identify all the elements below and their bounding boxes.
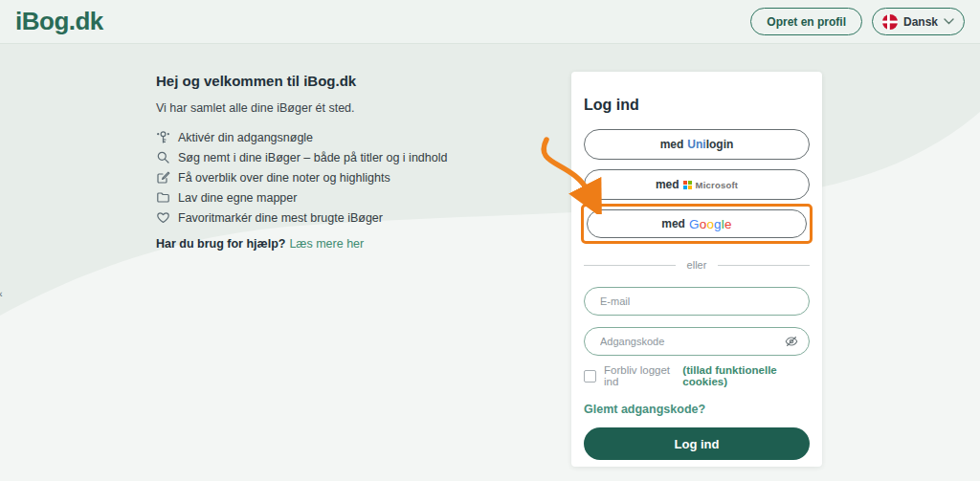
- forgot-password-link[interactable]: Glemt adgangskode?: [584, 403, 705, 416]
- create-profile-button[interactable]: Opret en profil: [750, 8, 862, 35]
- google-button[interactable]: medGoogle: [587, 209, 807, 238]
- unilogin-wordmark: Uni: [687, 138, 705, 151]
- heart-icon: [156, 210, 170, 225]
- login-card: Log ind medUnilogin medMicrosoft medGoog…: [571, 72, 822, 467]
- help-line: Har du brug for hjælp?Læs mere her: [156, 237, 558, 251]
- email-input[interactable]: [584, 287, 810, 316]
- welcome-subtitle: Vi har samlet alle dine iBøger ét sted.: [156, 101, 558, 115]
- language-label: Dansk: [903, 15, 938, 29]
- unilogin-button-prefix: med: [660, 138, 684, 151]
- ibog-login-page: iBog.dk Opret en profil Dansk: [0, 0, 980, 481]
- divider-label: eller: [687, 259, 707, 271]
- or-divider: eller: [584, 259, 810, 271]
- search-icon: [156, 150, 170, 164]
- feature-item: Aktivér din adgangsnøgle: [156, 130, 558, 144]
- feature-label: Få overblik over dine noter og highlight…: [178, 171, 390, 185]
- feature-item: Lav dine egne mapper: [156, 190, 558, 205]
- folder-icon: [156, 190, 170, 205]
- header-actions: Opret en profil Dansk: [750, 8, 965, 35]
- welcome-title: Hej og velkommen til iBog.dk: [156, 73, 558, 89]
- divider-line: [584, 265, 676, 266]
- header: iBog.dk Opret en profil Dansk: [0, 0, 980, 44]
- remember-note: (tillad funktionelle cookies): [682, 364, 810, 387]
- google-button-prefix: med: [661, 217, 685, 230]
- login-title: Log ind: [584, 97, 810, 114]
- microsoft-button-prefix: med: [656, 178, 679, 191]
- feature-label: Lav dine egne mapper: [178, 191, 297, 205]
- help-link[interactable]: Læs mere her: [289, 237, 364, 251]
- unilogin-button[interactable]: medUnilogin: [584, 129, 810, 160]
- feature-item: Søg nemt i dine iBøger – både på titler …: [156, 150, 558, 164]
- email-row: [584, 287, 810, 316]
- feature-label: Søg nemt i dine iBøger – både på titler …: [178, 151, 447, 164]
- note-icon: [156, 170, 170, 185]
- language-selector[interactable]: Dansk: [872, 8, 965, 35]
- edge-widget-icon[interactable]: «: [0, 289, 3, 299]
- divider-line: [718, 265, 810, 266]
- remember-row: Forbliv logget ind(tillad funktionelle c…: [584, 364, 810, 387]
- main-area: « Hej og velkommen til iBog.dk Vi har sa…: [0, 44, 980, 481]
- login-submit-button[interactable]: Log ind: [584, 427, 810, 460]
- microsoft-logo-icon: [683, 181, 692, 189]
- feature-list: Aktivér din adgangsnøgle Søg nemt i dine…: [156, 130, 558, 225]
- password-row: [584, 327, 810, 356]
- feature-item: Få overblik over dine noter og highlight…: [156, 170, 558, 185]
- microsoft-wordmark: Microsoft: [696, 180, 739, 190]
- google-wordmark: Google: [689, 217, 732, 231]
- google-highlight-box: medGoogle: [581, 204, 813, 244]
- feature-label: Favoritmarkér dine mest brugte iBøger: [178, 211, 383, 225]
- feature-label: Aktivér din adgangsnøgle: [178, 131, 313, 144]
- eye-off-icon[interactable]: [785, 335, 798, 348]
- logo[interactable]: iBog.dk: [15, 7, 103, 36]
- help-text: Har du brug for hjælp?: [156, 237, 285, 251]
- danish-flag-icon: [882, 14, 898, 30]
- key-icon: [156, 130, 170, 144]
- intro-section: Hej og velkommen til iBog.dk Vi har saml…: [156, 73, 558, 251]
- password-input[interactable]: [584, 327, 810, 356]
- microsoft-button[interactable]: medMicrosoft: [584, 169, 810, 200]
- chevron-down-icon: [944, 18, 954, 25]
- feature-item: Favoritmarkér dine mest brugte iBøger: [156, 210, 558, 225]
- remember-label: Forbliv logget ind: [604, 364, 679, 387]
- remember-checkbox[interactable]: [584, 370, 596, 383]
